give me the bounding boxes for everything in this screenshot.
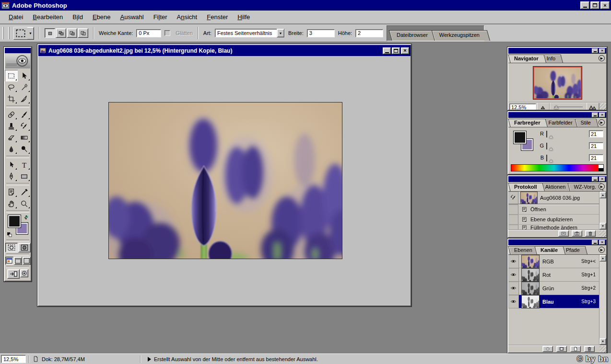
navigator-close-button[interactable]: ×	[599, 48, 605, 53]
screen-mode-fullscreen-button[interactable]	[23, 257, 31, 265]
well-tab-werkzeugspitzen[interactable]: Werkzeugspitzen	[435, 30, 490, 41]
intersect-selection-button[interactable]	[78, 28, 88, 38]
history-scroll-down[interactable]: ▼	[599, 223, 606, 229]
tool-preset-dropdown-arrow[interactable]: ▼	[27, 27, 34, 39]
maximize-button[interactable]	[590, 1, 599, 9]
blur-tool[interactable]	[5, 143, 18, 155]
history-state-well[interactable]	[508, 225, 518, 229]
tab-navigator[interactable]: Navigator	[510, 55, 546, 63]
navigator-zoom-slider[interactable]	[550, 103, 587, 110]
navigator-zoom-in-icon[interactable]	[587, 103, 599, 110]
height-input[interactable]: 2	[355, 29, 383, 37]
channels-minimize-button[interactable]	[592, 240, 598, 245]
menu-item-auswahl[interactable]: Auswahl	[116, 12, 149, 22]
history-minimize-button[interactable]	[592, 177, 598, 182]
width-input[interactable]: 3	[307, 29, 335, 37]
slider-thumb[interactable]	[549, 148, 553, 150]
magic-wand-tool[interactable]	[18, 81, 31, 93]
notes-tool[interactable]	[5, 186, 18, 198]
menu-item-bearbeiten[interactable]: Bearbeiten	[28, 12, 68, 22]
navigator-palette-menu-button[interactable]: ▶	[599, 55, 605, 61]
rectangular-marquee-tool[interactable]	[5, 70, 18, 81]
color-palette-menu-button[interactable]: ▶	[599, 119, 605, 125]
navigator-zoom-out-icon[interactable]	[537, 103, 550, 110]
shape-tool[interactable]	[18, 171, 31, 182]
slider-value-input[interactable]: 21	[589, 142, 603, 149]
channels-scroll-down[interactable]: ▼	[599, 338, 606, 345]
channels-scroll-up[interactable]: ▲	[599, 255, 606, 262]
menu-item-bild[interactable]: Bild	[68, 12, 88, 22]
channels-palette-titlebar[interactable]: ×	[508, 239, 606, 245]
tab-protokoll[interactable]: Protokoll	[510, 183, 545, 191]
optionsbar-grip[interactable]	[2, 27, 4, 39]
tab-pfade[interactable]: Pfade	[562, 246, 588, 254]
document-canvas[interactable]	[38, 56, 411, 306]
history-snapshot-row[interactable]: Aug0608 036.jpg	[508, 192, 599, 205]
well-tab-dateibrowser[interactable]: Dateibrowser	[392, 30, 438, 41]
visibility-toggle[interactable]	[508, 255, 519, 268]
history-palette-titlebar[interactable]: ×	[508, 176, 606, 182]
add-to-selection-button[interactable]	[56, 28, 66, 38]
history-close-button[interactable]: ×	[599, 177, 605, 182]
history-state-well[interactable]	[508, 205, 518, 214]
status-expand-arrow[interactable]	[148, 357, 151, 362]
standard-mode-button[interactable]	[5, 243, 18, 252]
history-state-row[interactable]: Öffnen	[508, 205, 599, 215]
tab-kanäle[interactable]: Kanäle	[537, 246, 565, 254]
crop-tool[interactable]	[5, 93, 18, 104]
menu-item-fenster[interactable]: Fenster	[202, 12, 233, 22]
doc-maximize-button[interactable]	[392, 47, 400, 54]
channels-palette-menu-button[interactable]: ▶	[599, 247, 605, 253]
default-colors-icon[interactable]	[6, 232, 13, 238]
tool-preset-picker[interactable]: ▼	[13, 27, 34, 40]
history-state-row[interactable]: Füllmethode ändern	[508, 225, 599, 229]
channel-row-grün[interactable]: GrünStrg+2	[508, 282, 599, 295]
slider-bar[interactable]	[546, 142, 586, 149]
history-state-row[interactable]: Ebene duplizieren	[508, 215, 599, 225]
visibility-toggle[interactable]	[508, 295, 519, 308]
brush-tool[interactable]	[18, 109, 31, 120]
channels-scrollbar[interactable]: ▲ ▼	[599, 255, 606, 345]
navigator-minimize-button[interactable]	[592, 48, 598, 53]
quickmask-mode-button[interactable]	[18, 243, 31, 252]
color-close-button[interactable]: ×	[599, 113, 605, 117]
jump-to-imageready-button[interactable]	[7, 269, 20, 279]
history-brush-tool[interactable]	[18, 120, 31, 132]
save-selection-as-channel-button[interactable]	[556, 346, 567, 352]
lasso-tool[interactable]	[5, 81, 18, 93]
slider-value-input[interactable]: 21	[589, 154, 603, 161]
toolbox-titlebar[interactable]	[5, 48, 31, 53]
swap-colors-icon[interactable]: ⇄	[23, 214, 29, 221]
move-tool[interactable]	[18, 70, 31, 81]
navigator-palette-titlebar[interactable]: ×	[508, 48, 606, 54]
visibility-toggle[interactable]	[508, 268, 519, 281]
slider-bar[interactable]	[546, 130, 586, 137]
zoom-tool[interactable]	[18, 198, 31, 209]
eyedropper-tool[interactable]	[18, 186, 31, 198]
load-channel-as-selection-button[interactable]	[542, 346, 553, 352]
history-scroll-up[interactable]: ▲	[599, 192, 606, 198]
path-selection-tool[interactable]	[5, 159, 18, 171]
eraser-tool[interactable]	[5, 132, 18, 143]
pen-tool[interactable]	[5, 171, 18, 182]
dodge-tool[interactable]	[18, 143, 31, 155]
minimize-button[interactable]	[580, 1, 589, 9]
document-titlebar[interactable]: Aug0608 036-abgedunkelt2.jpg bei 12,5% (…	[38, 45, 411, 56]
delete-state-button[interactable]	[585, 230, 596, 237]
slider-value-input[interactable]: 21	[589, 130, 603, 137]
tab-stile[interactable]: Stile	[577, 119, 599, 127]
menu-item-datei[interactable]: Datei	[4, 12, 28, 22]
antialias-checkbox[interactable]	[164, 30, 170, 36]
channel-row-blau[interactable]: BlauStrg+3	[508, 295, 599, 308]
doc-close-button[interactable]: ×	[401, 47, 409, 54]
new-snapshot-button[interactable]	[572, 230, 582, 237]
new-channel-button[interactable]	[570, 346, 581, 352]
menu-item-ansicht[interactable]: Ansicht	[172, 12, 202, 22]
screen-mode-standard-button[interactable]	[5, 257, 13, 265]
close-button[interactable]: ×	[600, 1, 610, 9]
foreground-color-swatch[interactable]	[8, 215, 21, 228]
menu-item-ebene[interactable]: Ebene	[88, 12, 116, 22]
slider-thumb[interactable]	[549, 136, 553, 138]
navigator-zoom-input[interactable]: 12,5%	[509, 103, 536, 110]
color-palette-titlebar[interactable]: ×	[508, 112, 606, 118]
